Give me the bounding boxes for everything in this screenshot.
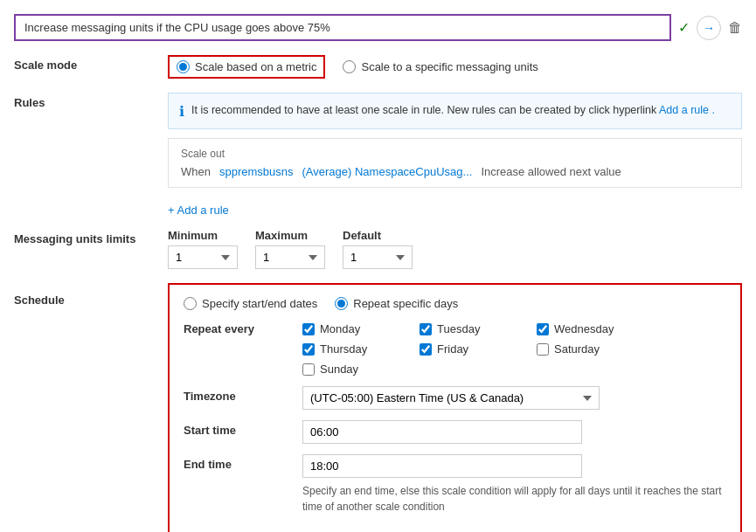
start-time-label: Start time — [184, 420, 288, 437]
scale-rule-metric: (Average) NamespaceCpuUsag... — [302, 165, 473, 178]
end-time-input[interactable] — [302, 454, 582, 478]
start-time-content — [302, 420, 726, 444]
rules-label: Rules — [14, 93, 154, 109]
schedule-box: Specify start/end dates Repeat specific … — [168, 283, 742, 532]
end-time-row: End time Specify an end time, else this … — [184, 454, 726, 515]
minimum-select[interactable]: 124816 — [168, 245, 238, 269]
schedule-radio-row: Specify start/end dates Repeat specific … — [184, 297, 726, 310]
scale-metric-option[interactable]: Scale based on a metric — [177, 60, 316, 73]
specify-dates-option[interactable]: Specify start/end dates — [184, 297, 317, 310]
thursday-option[interactable]: Thursday — [302, 342, 399, 356]
scale-rule-name: sppremsbusns — [219, 165, 294, 178]
scale-metric-label: Scale based on a metric — [195, 60, 316, 73]
saturday-option[interactable]: Saturday — [537, 342, 633, 356]
scale-mode-label: Scale mode — [14, 55, 154, 72]
repeat-days-radio[interactable] — [335, 297, 348, 310]
monday-label: Monday — [320, 322, 360, 335]
repeat-every-row: Repeat every Monday Tuesday Wednesday — [184, 319, 726, 376]
messaging-units-section: Messaging units limits Minimum 124816 Ma… — [14, 229, 742, 269]
tuesday-checkbox[interactable] — [420, 323, 432, 335]
saturday-label: Saturday — [554, 342, 600, 356]
thursday-checkbox[interactable] — [302, 343, 315, 356]
scale-out-title: Scale out — [181, 148, 729, 160]
schedule-outer-label: Schedule — [14, 281, 154, 532]
info-text-main: It is recommended to have at least one s… — [191, 104, 656, 116]
scale-mode-section: Scale mode Scale based on a metric Scale… — [14, 55, 742, 79]
repeat-days-label: Repeat specific days — [353, 297, 458, 310]
tuesday-option[interactable]: Tuesday — [420, 322, 516, 335]
scale-specific-radio[interactable] — [343, 60, 356, 73]
info-box: ℹ It is recommended to have at least one… — [168, 93, 742, 129]
sunday-label: Sunday — [320, 363, 358, 376]
timezone-select[interactable]: (UTC-05:00) Eastern Time (US & Canada) (… — [302, 386, 600, 410]
scale-metric-radio[interactable] — [177, 60, 190, 73]
limits-row: Minimum 124816 Maximum 124816 Default 12… — [168, 229, 742, 269]
friday-label: Friday — [437, 342, 468, 356]
specify-dates-label: Specify start/end dates — [202, 297, 317, 310]
default-group: Default 124816 — [343, 229, 413, 269]
minimum-group: Minimum 124816 — [168, 229, 238, 269]
condition-input[interactable] — [14, 14, 671, 41]
messaging-units-label: Messaging units limits — [14, 229, 154, 245]
rules-content: ℹ It is recommended to have at least one… — [168, 93, 742, 217]
timezone-row: Timezone (UTC-05:00) Eastern Time (US & … — [184, 386, 726, 410]
default-select[interactable]: 124816 — [343, 245, 413, 269]
top-bar: ✓ → 🗑 — [14, 14, 742, 41]
monday-option[interactable]: Monday — [302, 322, 399, 335]
default-label: Default — [343, 229, 413, 242]
minimum-label: Minimum — [168, 229, 238, 242]
end-time-hint: Specify an end time, else this scale con… — [302, 483, 726, 515]
maximum-group: Maximum 124816 — [255, 229, 325, 269]
scale-rule-row: When sppremsbusns (Average) NamespaceCpu… — [181, 165, 729, 178]
trash-icon[interactable]: 🗑 — [728, 20, 742, 36]
rules-section: Rules ℹ It is recommended to have at lea… — [14, 93, 742, 217]
days-checkbox-grid: Monday Tuesday Wednesday Thursday — [302, 322, 726, 376]
arrow-icon[interactable]: → — [697, 16, 721, 40]
repeat-days-option[interactable]: Repeat specific days — [335, 297, 458, 310]
scale-rule-when: When — [181, 165, 211, 178]
maximum-select[interactable]: 124816 — [255, 245, 325, 269]
messaging-units-content: Minimum 124816 Maximum 124816 Default 12… — [168, 229, 742, 269]
sunday-checkbox[interactable] — [302, 363, 315, 376]
friday-option[interactable]: Friday — [420, 342, 516, 356]
info-text: It is recommended to have at least one s… — [191, 102, 715, 119]
specify-dates-radio[interactable] — [184, 297, 197, 310]
timezone-label: Timezone — [184, 386, 288, 403]
info-icon: ℹ — [179, 103, 184, 120]
maximum-label: Maximum — [255, 229, 325, 242]
repeat-every-content: Monday Tuesday Wednesday Thursday — [302, 319, 726, 376]
scale-specific-option[interactable]: Scale to a specific messaging units — [343, 60, 538, 73]
sunday-option[interactable]: Sunday — [302, 363, 399, 376]
schedule-options: Specify start/end dates Repeat specific … — [184, 297, 726, 310]
scale-rule-action: Increase allowed next value — [481, 165, 621, 178]
scale-metric-option-box: Scale based on a metric — [168, 55, 325, 79]
friday-checkbox[interactable] — [420, 343, 432, 356]
scale-specific-label: Scale to a specific messaging units — [361, 60, 538, 73]
end-time-label: End time — [184, 454, 288, 471]
thursday-label: Thursday — [320, 342, 367, 356]
wednesday-checkbox[interactable] — [537, 323, 549, 335]
tuesday-label: Tuesday — [437, 322, 480, 335]
add-rule-link-inline[interactable]: Add a rule . — [659, 104, 715, 116]
checkmark-icon[interactable]: ✓ — [678, 19, 690, 36]
schedule-section: Schedule Specify start/end dates Repeat … — [14, 281, 742, 532]
start-time-input[interactable] — [302, 420, 582, 444]
scale-out-box: Scale out When sppremsbusns (Average) Na… — [168, 138, 742, 188]
end-time-content: Specify an end time, else this scale con… — [302, 454, 726, 515]
wednesday-label: Wednesday — [554, 322, 614, 335]
repeat-every-label: Repeat every — [184, 319, 288, 335]
add-rule-link[interactable]: + Add a rule — [168, 204, 229, 217]
start-time-row: Start time — [184, 420, 726, 444]
saturday-checkbox[interactable] — [537, 343, 549, 356]
monday-checkbox[interactable] — [302, 323, 315, 335]
wednesday-option[interactable]: Wednesday — [537, 322, 633, 335]
timezone-content: (UTC-05:00) Eastern Time (US & Canada) (… — [302, 386, 726, 410]
scale-mode-options: Scale based on a metric Scale to a speci… — [168, 55, 742, 79]
